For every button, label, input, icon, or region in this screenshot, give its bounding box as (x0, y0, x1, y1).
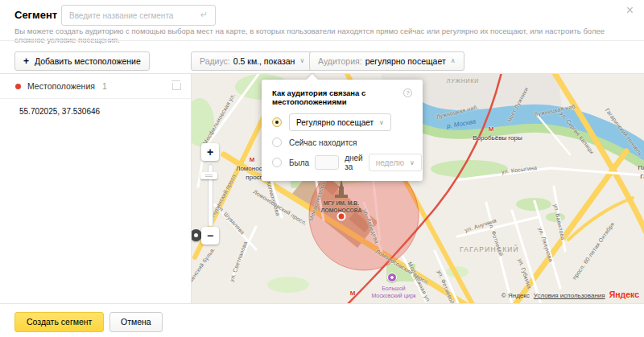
regular-select[interactable]: Регулярно посещает ∨ (289, 113, 391, 131)
page-title: Сегмент (14, 9, 57, 21)
description-text: Вы можете создать аудиторию с помощью вы… (14, 27, 636, 44)
radius-label: Радиус: (200, 52, 230, 70)
yandex-logo: Яндекс (609, 290, 639, 299)
close-icon[interactable]: × (626, 4, 634, 17)
option-was-middle-label: дней за (345, 154, 363, 171)
locations-count: 1 (102, 81, 172, 91)
option-regular: Регулярно посещает ∨ (272, 113, 412, 131)
audience-label: Аудитория: (318, 52, 362, 70)
location-list-item[interactable]: 55.702025, 37.530646 (0, 99, 191, 116)
segment-name-input[interactable] (61, 5, 216, 26)
add-location-button[interactable]: + Добавить местоположение (14, 51, 150, 71)
zoom-in-button[interactable]: + (201, 143, 219, 161)
locations-title: Местоположения (27, 81, 95, 91)
divider (0, 303, 644, 304)
radio-regular[interactable] (272, 117, 282, 127)
help-icon[interactable]: ? (403, 88, 412, 97)
option-was: Была дней за неделю ∨ (272, 154, 412, 171)
option-was-label: Была (289, 158, 309, 167)
popup-title: Как аудитория связана с местоположениями (272, 88, 399, 106)
zoom-out-button[interactable]: − (201, 227, 219, 245)
chevron-up-icon: ∧ (451, 52, 456, 70)
radio-was[interactable] (272, 158, 282, 167)
segment-dialog: Сегмент ↵ × Вы можете создать аудиторию … (0, 0, 644, 337)
audience-value: регулярно посещает (365, 52, 446, 70)
audience-popup: Как аудитория связана с местоположениями… (262, 80, 423, 181)
period-select[interactable]: неделю ∨ (369, 154, 422, 171)
period-select-value: неделю (376, 158, 404, 167)
plus-icon: + (23, 52, 29, 70)
option-now: Сейчас находится (272, 138, 412, 147)
trash-icon[interactable] (172, 83, 181, 90)
add-location-label: Добавить местоположение (35, 52, 141, 70)
location-bullet-icon (15, 84, 21, 89)
copyright-label: © Яндекс (502, 292, 530, 299)
map-attribution: © Яндекс Условия использования Яндекс (502, 290, 639, 299)
chevron-down-icon: ∨ (410, 159, 415, 166)
create-segment-button[interactable]: Создать сегмент (14, 312, 104, 332)
locations-panel: Местоположения 1 55.702025, 37.530646 (0, 74, 192, 303)
cancel-button[interactable]: Отмена (109, 312, 163, 332)
radius-dropdown[interactable]: Радиус: 0.5 км., показан ∨ (191, 51, 313, 71)
locations-panel-header: Местоположения 1 (0, 74, 191, 99)
option-now-label: Сейчас находится (289, 138, 357, 147)
divider (0, 40, 644, 41)
chevron-down-icon: ∨ (299, 52, 304, 70)
radio-now[interactable] (272, 138, 282, 147)
radius-value: 0.5 км., показан (233, 52, 295, 70)
regular-select-value: Регулярно посещает (296, 118, 374, 127)
enter-icon: ↵ (200, 10, 208, 20)
zoom-slider-handle[interactable] (200, 172, 217, 179)
days-input[interactable] (315, 155, 339, 170)
chevron-down-icon: ∨ (379, 119, 384, 126)
audience-dropdown[interactable]: Аудитория: регулярно посещает ∧ (309, 51, 464, 71)
terms-link[interactable]: Условия использования (534, 292, 605, 299)
